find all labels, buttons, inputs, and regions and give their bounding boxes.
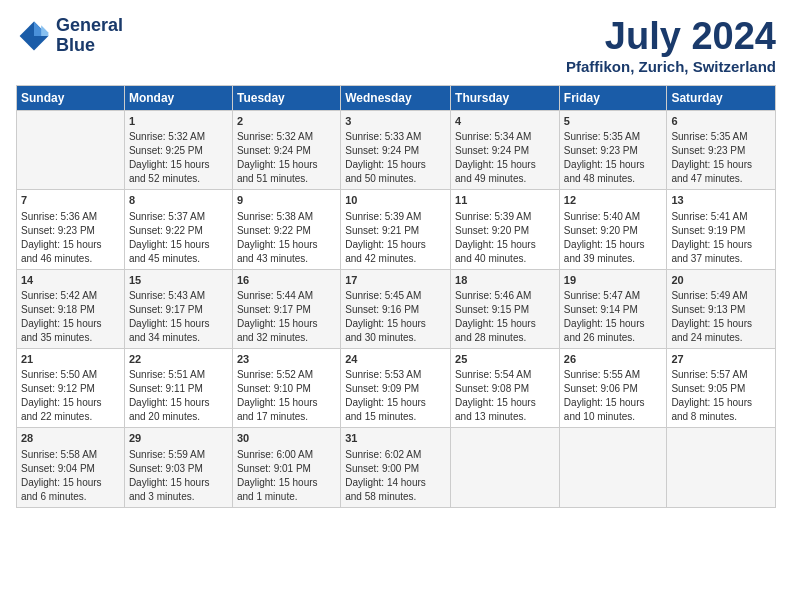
calendar-cell: 8Sunrise: 5:37 AMSunset: 9:22 PMDaylight… — [124, 190, 232, 269]
day-info-line: and 22 minutes. — [21, 410, 120, 424]
day-info-line: Daylight: 15 hours — [671, 396, 771, 410]
day-info-line: Daylight: 15 hours — [21, 476, 120, 490]
col-thursday: Thursday — [451, 85, 560, 110]
calendar-cell: 12Sunrise: 5:40 AMSunset: 9:20 PMDayligh… — [559, 190, 667, 269]
day-number: 14 — [21, 273, 120, 288]
day-info-line: and 46 minutes. — [21, 252, 120, 266]
day-number: 29 — [129, 431, 228, 446]
day-info-line: Sunset: 9:18 PM — [21, 303, 120, 317]
day-number: 5 — [564, 114, 663, 129]
col-saturday: Saturday — [667, 85, 776, 110]
day-number: 12 — [564, 193, 663, 208]
day-number: 13 — [671, 193, 771, 208]
col-sunday: Sunday — [17, 85, 125, 110]
calendar-week-1: 1Sunrise: 5:32 AMSunset: 9:25 PMDaylight… — [17, 110, 776, 189]
day-info-line: Sunrise: 5:49 AM — [671, 289, 771, 303]
day-info-line: Sunset: 9:04 PM — [21, 462, 120, 476]
calendar-cell: 3Sunrise: 5:33 AMSunset: 9:24 PMDaylight… — [341, 110, 451, 189]
calendar-cell: 4Sunrise: 5:34 AMSunset: 9:24 PMDaylight… — [451, 110, 560, 189]
day-number: 20 — [671, 273, 771, 288]
day-info-line: and 42 minutes. — [345, 252, 446, 266]
day-info-line: Daylight: 15 hours — [345, 238, 446, 252]
day-info-line: and 58 minutes. — [345, 490, 446, 504]
day-number: 19 — [564, 273, 663, 288]
day-info-line: Sunset: 9:10 PM — [237, 382, 336, 396]
day-info-line: Sunrise: 5:32 AM — [129, 130, 228, 144]
day-info-line: and 15 minutes. — [345, 410, 446, 424]
day-info-line: Sunset: 9:17 PM — [129, 303, 228, 317]
col-wednesday: Wednesday — [341, 85, 451, 110]
day-info-line: Daylight: 15 hours — [129, 317, 228, 331]
day-info-line: Sunset: 9:12 PM — [21, 382, 120, 396]
calendar-cell: 2Sunrise: 5:32 AMSunset: 9:24 PMDaylight… — [232, 110, 340, 189]
day-info-line: and 28 minutes. — [455, 331, 555, 345]
day-info-line: Sunrise: 5:36 AM — [21, 210, 120, 224]
calendar-cell: 26Sunrise: 5:55 AMSunset: 9:06 PMDayligh… — [559, 348, 667, 427]
calendar-cell: 6Sunrise: 5:35 AMSunset: 9:23 PMDaylight… — [667, 110, 776, 189]
calendar-cell: 31Sunrise: 6:02 AMSunset: 9:00 PMDayligh… — [341, 428, 451, 507]
day-info-line: and 32 minutes. — [237, 331, 336, 345]
day-number: 1 — [129, 114, 228, 129]
day-info-line: and 20 minutes. — [129, 410, 228, 424]
page: General Blue July 2024 Pfaffikon, Zurich… — [0, 0, 792, 518]
day-info-line: Daylight: 15 hours — [129, 476, 228, 490]
day-info-line: Sunset: 9:23 PM — [21, 224, 120, 238]
day-number: 17 — [345, 273, 446, 288]
day-number: 21 — [21, 352, 120, 367]
calendar-cell: 28Sunrise: 5:58 AMSunset: 9:04 PMDayligh… — [17, 428, 125, 507]
day-info-line: Daylight: 15 hours — [455, 158, 555, 172]
col-monday: Monday — [124, 85, 232, 110]
day-info-line: Daylight: 15 hours — [564, 158, 663, 172]
calendar-cell: 10Sunrise: 5:39 AMSunset: 9:21 PMDayligh… — [341, 190, 451, 269]
day-info-line: Sunset: 9:15 PM — [455, 303, 555, 317]
day-info-line: and 35 minutes. — [21, 331, 120, 345]
day-info-line: and 47 minutes. — [671, 172, 771, 186]
day-info-line: Sunrise: 5:53 AM — [345, 368, 446, 382]
day-info-line: Sunset: 9:00 PM — [345, 462, 446, 476]
day-info-line: Sunrise: 5:39 AM — [455, 210, 555, 224]
day-info-line: Sunrise: 5:58 AM — [21, 448, 120, 462]
logo-icon — [16, 18, 52, 54]
day-info-line: Sunset: 9:22 PM — [237, 224, 336, 238]
day-info-line: Sunrise: 5:43 AM — [129, 289, 228, 303]
day-info-line: Sunrise: 5:57 AM — [671, 368, 771, 382]
day-info-line: Daylight: 15 hours — [129, 158, 228, 172]
day-info-line: and 8 minutes. — [671, 410, 771, 424]
calendar-cell: 15Sunrise: 5:43 AMSunset: 9:17 PMDayligh… — [124, 269, 232, 348]
day-info-line: Sunrise: 5:46 AM — [455, 289, 555, 303]
day-info-line: Daylight: 15 hours — [671, 317, 771, 331]
calendar-cell: 21Sunrise: 5:50 AMSunset: 9:12 PMDayligh… — [17, 348, 125, 427]
day-info-line: Daylight: 15 hours — [564, 317, 663, 331]
header-row: Sunday Monday Tuesday Wednesday Thursday… — [17, 85, 776, 110]
calendar-cell: 13Sunrise: 5:41 AMSunset: 9:19 PMDayligh… — [667, 190, 776, 269]
day-info-line: and 49 minutes. — [455, 172, 555, 186]
calendar-cell: 17Sunrise: 5:45 AMSunset: 9:16 PMDayligh… — [341, 269, 451, 348]
calendar-cell — [17, 110, 125, 189]
day-info-line: Sunrise: 5:54 AM — [455, 368, 555, 382]
day-info-line: and 52 minutes. — [129, 172, 228, 186]
day-number: 3 — [345, 114, 446, 129]
day-info-line: Sunrise: 5:33 AM — [345, 130, 446, 144]
day-number: 18 — [455, 273, 555, 288]
day-info-line: and 24 minutes. — [671, 331, 771, 345]
calendar-week-3: 14Sunrise: 5:42 AMSunset: 9:18 PMDayligh… — [17, 269, 776, 348]
day-info-line: Daylight: 15 hours — [129, 396, 228, 410]
calendar-cell — [451, 428, 560, 507]
day-info-line: and 39 minutes. — [564, 252, 663, 266]
day-info-line: Daylight: 15 hours — [21, 238, 120, 252]
day-info-line: and 30 minutes. — [345, 331, 446, 345]
day-info-line: Sunset: 9:17 PM — [237, 303, 336, 317]
calendar-cell: 27Sunrise: 5:57 AMSunset: 9:05 PMDayligh… — [667, 348, 776, 427]
day-info-line: and 6 minutes. — [21, 490, 120, 504]
day-info-line: Sunrise: 5:40 AM — [564, 210, 663, 224]
day-number: 24 — [345, 352, 446, 367]
calendar-cell — [559, 428, 667, 507]
day-number: 9 — [237, 193, 336, 208]
day-info-line: Sunrise: 5:51 AM — [129, 368, 228, 382]
calendar-week-4: 21Sunrise: 5:50 AMSunset: 9:12 PMDayligh… — [17, 348, 776, 427]
day-info-line: Daylight: 15 hours — [21, 396, 120, 410]
calendar-week-2: 7Sunrise: 5:36 AMSunset: 9:23 PMDaylight… — [17, 190, 776, 269]
day-info-line: Sunrise: 5:34 AM — [455, 130, 555, 144]
day-info-line: Sunrise: 5:38 AM — [237, 210, 336, 224]
day-number: 25 — [455, 352, 555, 367]
